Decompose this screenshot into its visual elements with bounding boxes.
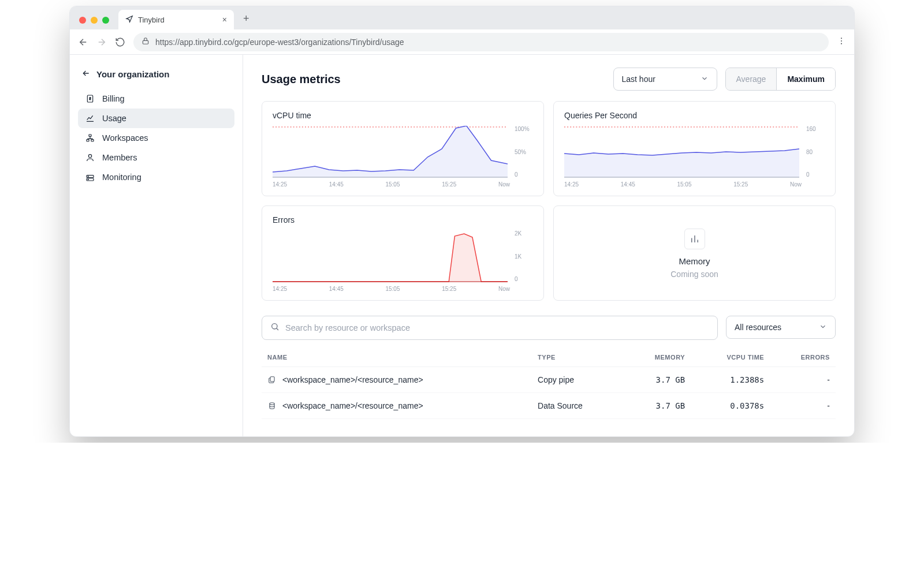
resources-table: NAME TYPE MEMORY VCPU TIME ERRORS [262, 346, 836, 419]
resource-type: Data Source [532, 393, 623, 419]
svg-rect-19 [270, 377, 274, 382]
monitor-icon [85, 172, 95, 182]
resource-type: Copy pipe [532, 367, 623, 393]
sidebar-item-label: Monitoring [102, 173, 141, 182]
resource-errors: - [770, 393, 836, 419]
qps-yaxis: 160 80 0 [804, 126, 825, 178]
tab-title: Tinybird [138, 16, 165, 24]
sidebar-item-workspaces[interactable]: Workspaces [78, 128, 234, 148]
col-type[interactable]: TYPE [532, 346, 623, 367]
org-tree-icon [85, 133, 95, 143]
agg-average-button[interactable]: Average [726, 68, 777, 90]
qps-chart [564, 126, 799, 178]
datasource-icon [267, 401, 277, 410]
new-tab-button[interactable]: + [239, 13, 254, 29]
sidebar-item-usage[interactable]: Usage [78, 109, 234, 128]
resource-memory: 3.7 GB [623, 367, 691, 393]
linechart-icon [85, 113, 95, 124]
main-header: Usage metrics Last hour Average Maximum [262, 68, 836, 91]
svg-rect-5 [89, 134, 91, 136]
svg-point-12 [88, 179, 88, 179]
search-icon [270, 322, 280, 334]
sidebar-item-label: Usage [102, 114, 126, 123]
reload-button[interactable] [115, 37, 125, 47]
org-label: Your organization [96, 69, 169, 79]
tab-favicon [125, 15, 133, 25]
resource-vcpu: 1.2388s [691, 367, 770, 393]
memory-title: Memory [679, 256, 710, 266]
maximize-window-icon[interactable] [102, 17, 109, 24]
url-text: https://app.tinybird.co/gcp/europe-west3… [155, 38, 404, 47]
resource-filter-select[interactable]: All resources [726, 316, 836, 339]
sidebar: Your organization Billing Usage Workspac… [70, 55, 243, 436]
svg-rect-0 [143, 40, 148, 44]
barchart-icon [684, 229, 705, 249]
svg-rect-7 [91, 140, 94, 141]
browser-address-bar: https://app.tinybird.co/gcp/europe-west3… [70, 29, 854, 55]
card-vcpu: vCPU time 100% 50% 0 [262, 101, 544, 196]
chevron-down-icon [819, 323, 827, 332]
svg-point-3 [841, 43, 842, 44]
sidebar-item-label: Billing [102, 94, 125, 103]
dollar-file-icon [85, 94, 95, 104]
resource-errors: - [770, 367, 836, 393]
back-arrow-icon [81, 69, 91, 80]
col-errors[interactable]: ERRORS [770, 346, 836, 367]
errors-yaxis: 2K 1K 0 [512, 230, 533, 282]
resource-filter-value: All resources [735, 323, 781, 332]
col-memory[interactable]: MEMORY [623, 346, 691, 367]
card-errors: Errors 2K 1K 0 1 [262, 205, 544, 301]
svg-point-18 [272, 324, 277, 329]
main-content: Usage metrics Last hour Average Maximum … [243, 55, 854, 436]
card-title: Errors [273, 215, 533, 225]
vcpu-xaxis: 14:25 14:45 15:05 15:25 Now [273, 178, 533, 188]
back-button[interactable] [78, 37, 88, 47]
memory-subtitle: Coming soon [670, 270, 718, 279]
resources-toolbar: All resources [262, 316, 836, 340]
browser-menu-button[interactable] [837, 36, 846, 48]
browser-window: Tinybird × + https://app.tinybird.co/gcp… [69, 6, 855, 437]
window-controls [77, 17, 114, 29]
sidebar-item-monitoring[interactable]: Monitoring [78, 167, 234, 187]
col-vcpu[interactable]: VCPU TIME [691, 346, 770, 367]
time-range-value: Last hour [622, 74, 655, 84]
pipe-icon [267, 375, 277, 384]
resource-memory: 3.7 GB [623, 393, 691, 419]
sidebar-item-billing[interactable]: Billing [78, 89, 234, 109]
svg-point-20 [270, 403, 274, 405]
col-name[interactable]: NAME [262, 346, 532, 367]
resource-name: <workspace_name>/<resource_name> [282, 375, 423, 384]
table-row[interactable]: <workspace_name>/<resource_name> Copy pi… [262, 367, 836, 393]
card-title: vCPU time [273, 111, 533, 120]
card-memory: Memory Coming soon [553, 205, 836, 301]
table-row[interactable]: <workspace_name>/<resource_name> Data So… [262, 393, 836, 419]
svg-point-8 [88, 155, 91, 158]
close-window-icon[interactable] [79, 17, 86, 24]
sidebar-item-members[interactable]: Members [78, 148, 234, 167]
svg-point-2 [841, 40, 842, 41]
time-range-select[interactable]: Last hour [613, 68, 717, 91]
url-input[interactable]: https://app.tinybird.co/gcp/europe-west3… [133, 33, 829, 51]
person-icon [85, 152, 95, 163]
vcpu-chart [273, 126, 508, 178]
browser-tab[interactable]: Tinybird × [118, 10, 234, 29]
app-shell: Your organization Billing Usage Workspac… [70, 55, 854, 436]
resource-vcpu: 0.0378s [691, 393, 770, 419]
chart-cards: vCPU time 100% 50% 0 [262, 101, 836, 301]
page-title: Usage metrics [262, 73, 605, 86]
table-header-row: NAME TYPE MEMORY VCPU TIME ERRORS [262, 346, 836, 367]
errors-xaxis: 14:25 14:45 15:05 15:25 Now [273, 282, 533, 292]
resource-search[interactable] [262, 316, 718, 340]
forward-button[interactable] [96, 37, 107, 47]
minimize-window-icon[interactable] [91, 17, 98, 24]
resource-name: <workspace_name>/<resource_name> [282, 401, 423, 410]
lock-icon [141, 37, 150, 47]
org-header[interactable]: Your organization [78, 65, 234, 89]
close-tab-icon[interactable]: × [222, 15, 227, 24]
aggregation-toggle: Average Maximum [725, 68, 836, 91]
resource-search-input[interactable] [285, 323, 709, 332]
agg-maximum-button[interactable]: Maximum [776, 68, 835, 90]
svg-rect-6 [87, 140, 89, 141]
card-title: Queries Per Second [564, 111, 825, 120]
browser-tab-bar: Tinybird × + [70, 6, 854, 29]
